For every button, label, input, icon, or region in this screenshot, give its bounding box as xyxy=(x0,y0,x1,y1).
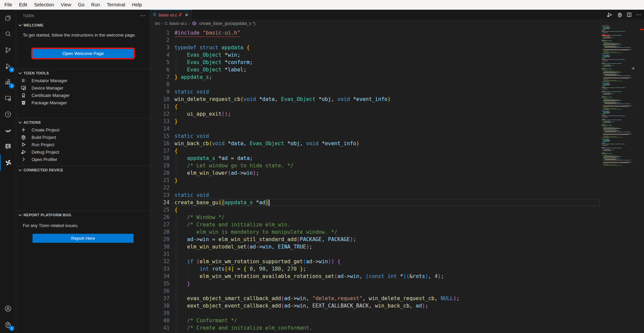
minimap-row xyxy=(602,157,640,157)
minimap-row xyxy=(602,73,640,73)
minimap-row xyxy=(602,119,640,119)
minimap-row xyxy=(602,160,640,160)
breadcrumb-item[interactable]: create_base_gui(appdata_s *) xyxy=(192,21,255,26)
menu-item-run[interactable]: Run xyxy=(88,0,104,10)
tab-basic-ui-c[interactable]: C basic-ui.c 2 ✕ xyxy=(150,10,192,19)
close-icon[interactable]: ✕ xyxy=(185,12,189,17)
breadcrumb-separator: › xyxy=(162,21,163,26)
run-or-debug-icon[interactable] xyxy=(606,12,613,17)
activity-item-remote-device[interactable] xyxy=(0,90,16,106)
menu-item-go[interactable]: Go xyxy=(75,0,88,10)
sidebar-item-run-project[interactable]: Run Project xyxy=(16,141,150,148)
sidebar-item-open-profiler[interactable]: Open Profiler xyxy=(16,156,150,163)
section-header-welcome[interactable]: WELCOME xyxy=(16,21,150,29)
line-number: 27 xyxy=(150,221,169,228)
sidebar-item-debug-project[interactable]: Debug Project xyxy=(16,148,150,156)
minimap-row xyxy=(602,155,640,155)
minimap-row xyxy=(602,91,640,91)
minimap-row xyxy=(602,61,640,61)
activity-item-tizen[interactable] xyxy=(0,155,16,171)
menu-item-file[interactable]: File xyxy=(1,0,15,10)
split-editor-icon[interactable] xyxy=(627,12,632,17)
chevron-down-icon xyxy=(17,212,23,218)
device-manager-icon xyxy=(21,85,29,91)
sidebar-item-package-manager[interactable]: Package Manager xyxy=(16,99,150,106)
line-number: 12 xyxy=(150,110,169,118)
minimap-row xyxy=(602,39,640,39)
overview-ruler[interactable] xyxy=(640,10,644,333)
code-line-29: 29 ad->win = elm_win_util_standard_add(P… xyxy=(150,236,602,243)
minimap-row xyxy=(602,131,640,131)
minimap-row xyxy=(602,127,640,127)
minimap-row xyxy=(602,63,640,63)
activity-item-explorer[interactable] xyxy=(0,10,16,26)
certificate-manager-icon xyxy=(21,93,29,98)
minimap-row xyxy=(602,114,640,115)
minimap-row xyxy=(602,135,640,135)
breadcrumb-label: create_base_gui(appdata_s *) xyxy=(199,21,255,26)
minimap-row xyxy=(602,77,640,78)
code-line-2: 2 xyxy=(150,37,602,44)
minimap-row xyxy=(602,124,640,125)
minimap-row xyxy=(602,147,640,147)
minimap-row xyxy=(602,108,640,109)
menu-item-help[interactable]: Help xyxy=(129,0,145,10)
section-header-report-platform-bug[interactable]: REPORT PLATFORM BUG xyxy=(16,211,150,219)
activity-badge: 1 xyxy=(9,83,14,89)
sidebar-item-build-project[interactable]: Build Project xyxy=(16,133,150,141)
activity-item-docker[interactable] xyxy=(0,122,16,138)
open-profiler-icon xyxy=(21,157,29,162)
code-editor[interactable]: 1#include "basic-ui.h"23typedef struct a… xyxy=(150,27,602,333)
sidebar-item-certificate-manager[interactable]: Certificate Manager xyxy=(16,92,150,99)
minimap-row xyxy=(602,82,640,82)
minimap-row xyxy=(602,52,640,52)
gear-icon[interactable] xyxy=(617,12,623,17)
activity-item-settings[interactable]: 1 xyxy=(0,317,16,333)
activity-item-account[interactable] xyxy=(0,300,16,317)
code-line-26: 26 /* Window */ xyxy=(150,214,602,221)
section-header-actions[interactable]: ACTIONS xyxy=(16,119,150,126)
minimap-row xyxy=(602,46,640,46)
minimap-row xyxy=(602,156,640,156)
minimap-row xyxy=(602,143,640,143)
activity-item-source-control[interactable] xyxy=(0,42,16,58)
minimap-row xyxy=(602,51,640,52)
activity-item-profiler[interactable] xyxy=(0,106,16,122)
minimap-row xyxy=(602,37,640,38)
minimap-row xyxy=(602,100,640,101)
open-welcome-page-button[interactable]: Open Welcome Page xyxy=(33,49,134,58)
report-here-button[interactable]: Report Here xyxy=(33,234,134,243)
breadcrumb-item[interactable]: Cbasic-ui.c xyxy=(165,21,187,26)
menu-item-edit[interactable]: Edit xyxy=(15,0,31,10)
more-actions-icon[interactable]: ⋯ xyxy=(140,12,146,19)
menu-item-selection[interactable]: Selection xyxy=(31,0,57,10)
section-header-connected-device[interactable]: CONNECTED DEVICE xyxy=(16,166,150,174)
sidebar-item-device-manager[interactable]: Device Manager xyxy=(16,84,150,92)
minimap-row xyxy=(602,36,640,36)
activity-item-search[interactable] xyxy=(0,26,16,42)
sidebar-item-create-project[interactable]: Create Project xyxy=(16,126,150,133)
build-project-icon xyxy=(21,134,29,140)
menu-item-view[interactable]: View xyxy=(57,0,75,10)
activity-item-c-tools[interactable]: C xyxy=(0,138,16,155)
activity-item-extensions[interactable]: 1 xyxy=(0,74,16,90)
sidebar-item-label: Open Profiler xyxy=(32,157,57,162)
minimap[interactable] xyxy=(602,25,640,333)
minimap-row xyxy=(602,84,640,84)
minimap-row xyxy=(602,150,640,150)
code-line-23: 23static void xyxy=(150,191,602,199)
minimap-row xyxy=(602,99,640,99)
minimap-row xyxy=(602,102,640,103)
sidebar-item-emulator-manager[interactable]: Emulator Manager xyxy=(16,77,150,84)
editor-group: C basic-ui.c 2 ✕ src›Cbasic-ui.c›create_… xyxy=(150,10,644,333)
minimap-row xyxy=(602,120,640,121)
line-number: 30 xyxy=(150,243,169,251)
activity-item-run-and-debug[interactable]: 2 xyxy=(0,58,16,74)
minimap-row xyxy=(602,49,640,50)
minimap-row xyxy=(602,109,640,109)
minimap-row xyxy=(602,76,640,76)
section-header-tizen-tools[interactable]: TIZEN TOOLS xyxy=(16,69,150,77)
menu-item-terminal[interactable]: Terminal xyxy=(103,0,129,10)
breadcrumb-item[interactable]: src xyxy=(155,21,160,26)
minimap-row xyxy=(602,145,640,145)
